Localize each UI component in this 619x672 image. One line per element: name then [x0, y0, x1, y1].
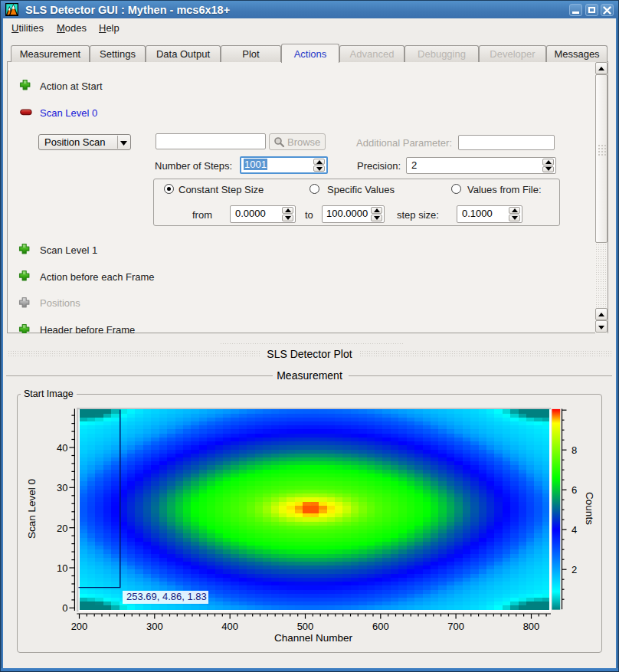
svg-text:800: 800 [523, 621, 540, 632]
svg-text:Channel Number: Channel Number [274, 632, 353, 644]
svg-text:Counts: Counts [584, 492, 595, 525]
svg-text:400: 400 [221, 621, 238, 632]
svg-text:4: 4 [572, 524, 577, 536]
svg-text:8: 8 [572, 444, 577, 456]
svg-text:6: 6 [572, 484, 577, 496]
svg-text:500: 500 [297, 621, 314, 632]
svg-text:200: 200 [71, 621, 88, 632]
svg-text:30: 30 [57, 482, 67, 493]
svg-text:600: 600 [372, 621, 389, 632]
svg-text:10: 10 [57, 562, 67, 574]
svg-text:300: 300 [146, 621, 163, 632]
svg-text:2: 2 [572, 564, 577, 575]
svg-text:0: 0 [62, 602, 67, 614]
svg-text:Scan Level 0: Scan Level 0 [26, 479, 38, 539]
svg-text:700: 700 [447, 621, 464, 632]
svg-text:40: 40 [57, 442, 67, 454]
svg-text:20: 20 [57, 523, 67, 534]
